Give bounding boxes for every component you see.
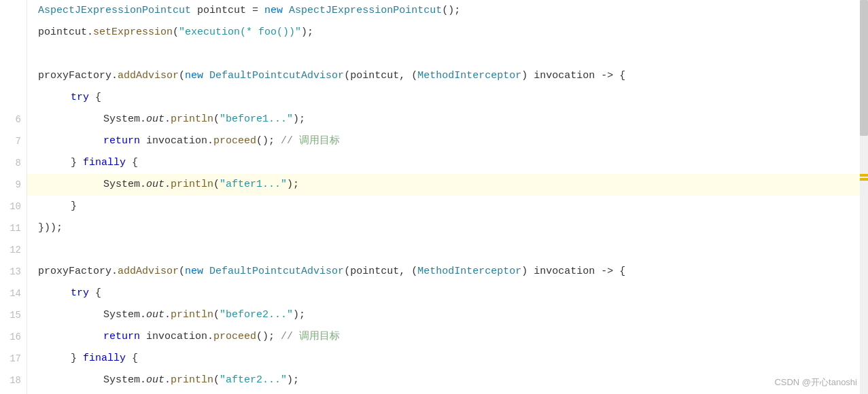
code-text-2a: pointcut. — [38, 26, 93, 38]
code-text-7a: invocation. — [140, 135, 213, 147]
scrollbar-marker-2 — [860, 178, 868, 181]
line-numbers: 6 7 8 9 10 11 12 13 14 15 16 17 18 — [0, 0, 27, 394]
code-line-10: } — [27, 196, 868, 217]
kw-return-2: return — [103, 331, 140, 342]
comment-cn-1: 调用目标 — [299, 135, 340, 147]
method-proceed-2: proceed — [213, 331, 256, 342]
comment-slash-1: // — [281, 135, 299, 147]
code-text-9a: System. — [103, 179, 146, 190]
code-text-6b: . — [164, 113, 171, 125]
line-num-6: 6 — [5, 109, 21, 130]
code-text-15c: ( — [213, 309, 220, 321]
code-text-4d: (pointcut, ( — [344, 70, 417, 82]
code-text-7b: (); — [256, 135, 281, 147]
string-after2: "after2..." — [220, 374, 287, 386]
code-text-18a: System. — [103, 374, 146, 386]
kw-try-2: try — [71, 287, 89, 299]
code-text-9c: ( — [213, 179, 220, 190]
code-line-7: return invocation.proceed(); // 调用目标 — [27, 130, 868, 152]
line-num-16: 16 — [5, 326, 21, 348]
watermark: CSDN @开心tanoshi — [774, 376, 857, 389]
code-text-4e: ) invocation -> { — [521, 70, 625, 82]
code-text-1c: (); — [442, 5, 460, 16]
code-text-10a: } — [71, 200, 77, 212]
method-addAdvisor-2: addAdvisor — [118, 266, 179, 277]
code-text-5a: { — [89, 92, 101, 103]
code-text-13b: ( — [179, 266, 185, 277]
code-line-17: } finally { — [27, 348, 868, 370]
kw-new-4: new — [185, 70, 203, 82]
code-line-16: return invocation.proceed(); // 调用目标 — [27, 326, 868, 348]
code-text-13a: proxyFactory. — [38, 266, 118, 277]
method-proceed-1: proceed — [213, 135, 256, 147]
code-line-13: proxyFactory.addAdvisor(new DefaultPoint… — [27, 261, 868, 283]
code-area: AspectJExpressionPointcut pointcut = new… — [27, 0, 868, 394]
code-text-1a: pointcut = — [191, 5, 264, 16]
kw-finally-1: finally — [83, 157, 126, 168]
line-num-3 — [5, 43, 21, 65]
class-defaultpointcut-2: DefaultPointcutAdvisor — [209, 266, 344, 277]
code-text-16b: (); — [256, 331, 281, 342]
line-num-8: 8 — [5, 152, 21, 174]
code-line-5: try { — [27, 87, 868, 109]
method-println-2: println — [171, 179, 213, 190]
out-italic-1: out — [146, 113, 164, 125]
code-text-15b: . — [164, 309, 171, 321]
method-println-3: println — [171, 309, 213, 321]
line-num-9: 9 — [5, 174, 21, 196]
code-text-18c: ( — [213, 374, 220, 386]
code-line-2: pointcut.setExpression("execution(* foo(… — [27, 22, 868, 43]
line-num-10: 10 — [5, 196, 21, 217]
code-text-6c: ( — [213, 113, 220, 125]
code-text-13e: ) invocation -> { — [521, 266, 625, 277]
kw-return-1: return — [103, 135, 140, 147]
code-text-18d: ); — [287, 374, 299, 386]
method-addAdvisor-1: addAdvisor — [118, 70, 179, 82]
code-text-4b: ( — [179, 70, 185, 82]
code-text-4c — [203, 70, 209, 82]
code-line-14: try { — [27, 283, 868, 304]
line-num-4 — [5, 65, 21, 87]
string-after1: "after1..." — [220, 179, 287, 190]
code-text-8b: { — [126, 157, 138, 168]
string-before1: "before1..." — [220, 113, 293, 125]
code-text-6a: System. — [103, 113, 146, 125]
string-execution: "execution(* foo())" — [179, 26, 301, 38]
class-aspectj-1: AspectJExpressionPointcut — [38, 5, 191, 16]
string-before2: "before2..." — [220, 309, 293, 321]
code-text-4a: proxyFactory. — [38, 70, 118, 82]
out-italic-3: out — [146, 309, 164, 321]
code-line-12 — [27, 239, 868, 261]
code-line-11: })); — [27, 217, 868, 239]
line-num-1 — [5, 0, 21, 22]
code-text-17a: } — [71, 353, 83, 364]
code-line-8: } finally { — [27, 152, 868, 174]
code-text-16a: invocation. — [140, 331, 213, 342]
line-num-11: 11 — [5, 217, 21, 239]
kw-new-1: new — [264, 5, 283, 16]
code-line-9: System.out.println("after1..."); — [27, 174, 868, 196]
code-text-8a: } — [71, 157, 83, 168]
line-num-7: 7 — [5, 130, 21, 152]
line-num-2 — [5, 22, 21, 43]
code-text-13d: (pointcut, ( — [344, 266, 417, 277]
code-text-9d: ); — [287, 179, 299, 190]
code-text-2b: ( — [173, 26, 179, 38]
code-text-1b — [283, 5, 289, 16]
kw-try-1: try — [71, 92, 89, 103]
line-num-14: 14 — [5, 283, 21, 304]
code-line-3 — [27, 43, 868, 65]
method-setExpr: setExpression — [93, 26, 173, 38]
code-text-2c: ); — [301, 26, 313, 38]
scrollbar-track[interactable] — [860, 0, 868, 394]
scrollbar-thumb[interactable] — [860, 0, 868, 136]
line-num-15: 15 — [5, 304, 21, 326]
code-line-6: System.out.println("before1..."); — [27, 109, 868, 130]
comment-cn-2: 调用目标 — [299, 331, 340, 342]
line-num-12: 12 — [5, 239, 21, 261]
method-println-1: println — [171, 113, 213, 125]
class-methodinterceptor-1: MethodInterceptor — [417, 70, 521, 82]
class-aspectj-1b: AspectJExpressionPointcut — [289, 5, 442, 16]
code-line-18: System.out.println("after2..."); — [27, 370, 868, 391]
code-text-13c — [203, 266, 209, 277]
